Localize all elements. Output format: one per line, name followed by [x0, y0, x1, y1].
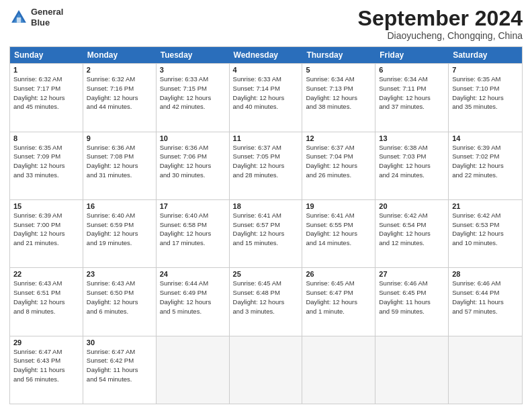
day-number: 24 — [160, 270, 226, 278]
logo-line2: Blue — [31, 17, 50, 28]
calendar-day-24: 24Sunrise: 6:44 AM Sunset: 6:49 PM Dayli… — [157, 268, 230, 335]
day-number: 9 — [87, 134, 152, 142]
day-info: Sunrise: 6:43 AM Sunset: 6:50 PM Dayligh… — [87, 279, 152, 316]
calendar-day-8: 8Sunrise: 6:35 AM Sunset: 7:09 PM Daylig… — [10, 132, 83, 199]
calendar-day-empty — [230, 336, 303, 404]
day-info: Sunrise: 6:40 AM Sunset: 6:59 PM Dayligh… — [87, 211, 152, 248]
calendar-day-6: 6Sunrise: 6:34 AM Sunset: 7:11 PM Daylig… — [375, 64, 449, 131]
calendar-day-25: 25Sunrise: 6:45 AM Sunset: 6:48 PM Dayli… — [230, 268, 303, 335]
calendar-day-15: 15Sunrise: 6:39 AM Sunset: 7:00 PM Dayli… — [10, 200, 83, 267]
day-info: Sunrise: 6:39 AM Sunset: 7:02 PM Dayligh… — [452, 143, 519, 180]
day-number: 5 — [306, 66, 371, 74]
day-number: 27 — [379, 270, 445, 278]
day-info: Sunrise: 6:46 AM Sunset: 6:44 PM Dayligh… — [452, 279, 519, 316]
day-number: 3 — [160, 66, 226, 74]
day-number: 20 — [379, 202, 445, 210]
logo-text: General Blue — [31, 7, 63, 28]
day-info: Sunrise: 6:47 AM Sunset: 6:42 PM Dayligh… — [87, 347, 152, 384]
calendar-day-13: 13Sunrise: 6:38 AM Sunset: 7:03 PM Dayli… — [375, 132, 449, 199]
logo-icon — [9, 8, 28, 27]
day-info: Sunrise: 6:39 AM Sunset: 7:00 PM Dayligh… — [13, 211, 79, 248]
day-number: 16 — [87, 202, 152, 210]
calendar-day-28: 28Sunrise: 6:46 AM Sunset: 6:44 PM Dayli… — [449, 268, 522, 335]
day-number: 23 — [87, 270, 152, 278]
day-number: 14 — [452, 134, 519, 142]
header-day-monday: Monday — [83, 47, 157, 63]
day-info: Sunrise: 6:35 AM Sunset: 7:09 PM Dayligh… — [13, 143, 79, 180]
calendar-day-20: 20Sunrise: 6:42 AM Sunset: 6:54 PM Dayli… — [375, 200, 449, 267]
day-info: Sunrise: 6:45 AM Sunset: 6:48 PM Dayligh… — [233, 279, 299, 316]
header-day-wednesday: Wednesday — [230, 47, 303, 63]
calendar-day-empty — [157, 336, 230, 404]
day-number: 8 — [13, 134, 79, 142]
day-number: 1 — [13, 66, 79, 74]
day-info: Sunrise: 6:42 AM Sunset: 6:53 PM Dayligh… — [452, 211, 519, 248]
calendar: SundayMondayTuesdayWednesdayThursdayFrid… — [9, 46, 523, 404]
page: General Blue September 2024 Diaoyucheng,… — [0, 0, 532, 411]
calendar-day-3: 3Sunrise: 6:33 AM Sunset: 7:15 PM Daylig… — [157, 64, 230, 131]
header-day-sunday: Sunday — [10, 47, 83, 63]
header-day-tuesday: Tuesday — [157, 47, 230, 63]
day-info: Sunrise: 6:37 AM Sunset: 7:05 PM Dayligh… — [233, 143, 299, 180]
day-info: Sunrise: 6:34 AM Sunset: 7:11 PM Dayligh… — [379, 75, 445, 111]
day-number: 13 — [379, 134, 445, 142]
calendar-day-16: 16Sunrise: 6:40 AM Sunset: 6:59 PM Dayli… — [83, 200, 157, 267]
header-day-saturday: Saturday — [449, 47, 522, 63]
calendar-row-1: 8Sunrise: 6:35 AM Sunset: 7:09 PM Daylig… — [10, 132, 522, 199]
day-info: Sunrise: 6:41 AM Sunset: 6:55 PM Dayligh… — [306, 211, 371, 248]
day-number: 11 — [233, 134, 299, 142]
day-number: 10 — [160, 134, 226, 142]
day-number: 30 — [87, 338, 152, 347]
calendar-day-1: 1Sunrise: 6:32 AM Sunset: 7:17 PM Daylig… — [10, 64, 83, 131]
calendar-day-empty — [449, 336, 522, 404]
calendar-day-30: 30Sunrise: 6:47 AM Sunset: 6:42 PM Dayli… — [83, 336, 157, 404]
day-number: 15 — [13, 202, 79, 210]
calendar-day-18: 18Sunrise: 6:41 AM Sunset: 6:57 PM Dayli… — [230, 200, 303, 267]
day-number: 28 — [452, 270, 519, 278]
day-info: Sunrise: 6:40 AM Sunset: 6:58 PM Dayligh… — [160, 211, 226, 248]
day-number: 6 — [379, 66, 445, 74]
day-info: Sunrise: 6:32 AM Sunset: 7:17 PM Dayligh… — [13, 75, 79, 111]
day-number: 17 — [160, 202, 226, 210]
calendar-body: 1Sunrise: 6:32 AM Sunset: 7:17 PM Daylig… — [10, 63, 522, 404]
day-info: Sunrise: 6:43 AM Sunset: 6:51 PM Dayligh… — [13, 279, 79, 316]
calendar-day-23: 23Sunrise: 6:43 AM Sunset: 6:50 PM Dayli… — [83, 268, 157, 335]
calendar-row-4: 29Sunrise: 6:47 AM Sunset: 6:43 PM Dayli… — [10, 336, 522, 404]
day-number: 2 — [87, 66, 152, 74]
day-number: 4 — [233, 66, 299, 74]
day-info: Sunrise: 6:41 AM Sunset: 6:57 PM Dayligh… — [233, 211, 299, 248]
day-info: Sunrise: 6:46 AM Sunset: 6:45 PM Dayligh… — [379, 279, 445, 316]
calendar-row-0: 1Sunrise: 6:32 AM Sunset: 7:17 PM Daylig… — [10, 63, 522, 131]
title-area: September 2024 Diaoyucheng, Chongqing, C… — [358, 7, 523, 41]
day-info: Sunrise: 6:45 AM Sunset: 6:47 PM Dayligh… — [306, 279, 371, 316]
logo: General Blue — [9, 7, 63, 28]
calendar-day-11: 11Sunrise: 6:37 AM Sunset: 7:05 PM Dayli… — [230, 132, 303, 199]
day-info: Sunrise: 6:35 AM Sunset: 7:10 PM Dayligh… — [452, 75, 519, 111]
calendar-day-empty — [375, 336, 449, 404]
calendar-day-empty — [302, 336, 375, 404]
header: General Blue September 2024 Diaoyucheng,… — [9, 7, 523, 41]
calendar-day-5: 5Sunrise: 6:34 AM Sunset: 7:13 PM Daylig… — [302, 64, 375, 131]
calendar-day-9: 9Sunrise: 6:36 AM Sunset: 7:08 PM Daylig… — [83, 132, 157, 199]
calendar-day-14: 14Sunrise: 6:39 AM Sunset: 7:02 PM Dayli… — [449, 132, 522, 199]
day-info: Sunrise: 6:33 AM Sunset: 7:15 PM Dayligh… — [160, 75, 226, 111]
day-number: 25 — [233, 270, 299, 278]
day-info: Sunrise: 6:38 AM Sunset: 7:03 PM Dayligh… — [379, 143, 445, 180]
calendar-row-3: 22Sunrise: 6:43 AM Sunset: 6:51 PM Dayli… — [10, 267, 522, 335]
day-number: 19 — [306, 202, 371, 210]
calendar-row-2: 15Sunrise: 6:39 AM Sunset: 7:00 PM Dayli… — [10, 199, 522, 267]
day-info: Sunrise: 6:47 AM Sunset: 6:43 PM Dayligh… — [13, 347, 79, 384]
location-subtitle: Diaoyucheng, Chongqing, China — [358, 30, 523, 41]
header-day-thursday: Thursday — [302, 47, 375, 63]
day-number: 21 — [452, 202, 519, 210]
day-info: Sunrise: 6:36 AM Sunset: 7:06 PM Dayligh… — [160, 143, 226, 180]
calendar-day-17: 17Sunrise: 6:40 AM Sunset: 6:58 PM Dayli… — [157, 200, 230, 267]
day-number: 29 — [13, 338, 79, 347]
calendar-day-22: 22Sunrise: 6:43 AM Sunset: 6:51 PM Dayli… — [10, 268, 83, 335]
day-info: Sunrise: 6:44 AM Sunset: 6:49 PM Dayligh… — [160, 279, 226, 316]
day-number: 7 — [452, 66, 519, 74]
day-number: 26 — [306, 270, 371, 278]
day-number: 12 — [306, 134, 371, 142]
svg-rect-2 — [17, 17, 21, 23]
day-info: Sunrise: 6:37 AM Sunset: 7:04 PM Dayligh… — [306, 143, 371, 180]
